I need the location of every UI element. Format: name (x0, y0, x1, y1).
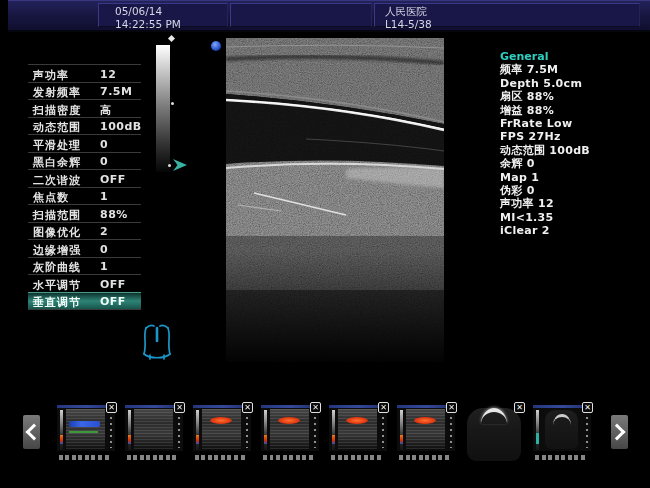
thumbnail-caption (59, 455, 110, 460)
param-row-dynamic-range[interactable]: 动态范围100dB (28, 117, 141, 135)
param-row-acoustic-power[interactable]: 声功率12 (28, 64, 141, 82)
close-icon[interactable]: ✕ (446, 402, 457, 413)
thumbnail-1[interactable]: ✕ (57, 405, 115, 463)
patient-info-panel (230, 3, 372, 27)
info-iclear: iClear 2 (500, 224, 645, 237)
chevron-left-icon (26, 424, 43, 441)
info-mi: MI<1.35 (500, 211, 645, 224)
ultrasound-image (226, 38, 444, 362)
graybar-bottom-tick-icon (168, 164, 171, 167)
param-row-harmonic[interactable]: 二次谐波OFF (28, 169, 141, 187)
thumbnail-next-button[interactable] (611, 415, 628, 449)
thumbnail-caption (331, 455, 382, 460)
graybar-top-marker-icon (168, 35, 175, 42)
focus-marker-icon (173, 159, 187, 171)
close-icon[interactable]: ✕ (174, 402, 185, 413)
thumbnail-caption (195, 455, 246, 460)
date-text: 05/06/14 (115, 5, 227, 18)
hospital-name: 人民医院 (385, 5, 639, 18)
thumbnail-image: ✕ (261, 405, 319, 451)
thumbnail-image: ✕ (397, 405, 455, 451)
thumbnail-caption (263, 455, 314, 460)
param-row-focus-number[interactable]: 焦点数1 (28, 187, 141, 205)
param-row-tx-frequency[interactable]: 发射频率7.5M (28, 82, 141, 100)
info-frame-rate: FrRate Low (500, 117, 645, 130)
info-acoustic-power: 声功率 12 (500, 197, 645, 210)
param-row-scan-density[interactable]: 扫描密度高 (28, 99, 141, 117)
thumbnail-prev-button[interactable] (23, 415, 40, 449)
close-icon[interactable]: ✕ (106, 402, 117, 413)
info-pseudo-color: 伪彩 0 (500, 184, 645, 197)
info-sector: 扇区 88% (500, 90, 645, 103)
param-row-edge-enhance[interactable]: 边缘增强0 (28, 239, 141, 257)
thumbnail-image: ✕ (193, 405, 251, 451)
close-icon[interactable]: ✕ (310, 402, 321, 413)
thumbnail-caption (127, 455, 178, 460)
time-text: 14:22:55 PM (115, 18, 227, 31)
thumbnail-image: ✕ (533, 405, 591, 451)
body-marker-icon (137, 321, 177, 365)
info-fps: FPS 27Hz (500, 130, 645, 143)
info-frequency: 频率 7.5M (500, 63, 645, 76)
thumbnail-8[interactable]: ✕ (533, 405, 591, 463)
param-row-horizontal-adjust[interactable]: 水平调节OFF (28, 274, 141, 292)
close-icon[interactable]: ✕ (378, 402, 389, 413)
param-row-gray-curve[interactable]: 灰阶曲线1 (28, 257, 141, 275)
thumbnail-5[interactable]: ✕ (329, 405, 387, 463)
graybar-mid-tick-icon (171, 102, 174, 105)
hospital-panel: 人民医院 L14-5/38 (374, 3, 640, 27)
probe-model: L14-5/38 (385, 18, 639, 31)
info-panel-title: General (500, 50, 645, 63)
ultrasound-app-window: 05/06/14 14:22:55 PM 人民医院 L14-5/38 声功率12… (0, 0, 650, 488)
thumbnail-caption (399, 455, 450, 460)
image-info-panel: General 频率 7.5M Depth 5.0cm 扇区 88% 增益 88… (500, 50, 645, 238)
thumbnail-7[interactable]: ✕ (465, 405, 523, 463)
chevron-right-icon (609, 424, 626, 441)
info-dynamic-range: 动态范围 100dB (500, 144, 645, 157)
param-row-image-optimize[interactable]: 图像优化2 (28, 222, 141, 240)
thumbnail-4[interactable]: ✕ (261, 405, 319, 463)
thumbnail-image: ✕ (465, 405, 523, 451)
info-map: Map 1 (500, 171, 645, 184)
param-row-scan-range[interactable]: 扫描范围88% (28, 204, 141, 222)
info-persistence: 余辉 0 (500, 157, 645, 170)
close-icon[interactable]: ✕ (242, 402, 253, 413)
status-dot-icon (211, 41, 221, 51)
close-icon[interactable]: ✕ (514, 402, 525, 413)
thumbnail-image: ✕ (125, 405, 183, 451)
grayscale-bar (156, 45, 170, 172)
info-depth: Depth 5.0cm (500, 77, 645, 90)
param-row-bw-persistence[interactable]: 黑白余辉0 (28, 152, 141, 170)
datetime-panel: 05/06/14 14:22:55 PM (98, 3, 228, 27)
thumbnail-image: ✕ (329, 405, 387, 451)
thumbnail-6[interactable]: ✕ (397, 405, 455, 463)
thumbnail-3[interactable]: ✕ (193, 405, 251, 463)
top-status-bar: 05/06/14 14:22:55 PM 人民医院 L14-5/38 (8, 0, 650, 32)
parameter-list: 声功率12 发射频率7.5M 扫描密度高 动态范围100dB 平滑处理0 黑白余… (28, 64, 141, 310)
thumbnail-image: ✕ (57, 405, 115, 451)
info-gain: 增益 88% (500, 104, 645, 117)
thumbnail-caption (535, 455, 586, 460)
thumbnail-2[interactable]: ✕ (125, 405, 183, 463)
param-row-smoothing[interactable]: 平滑处理0 (28, 134, 141, 152)
param-row-vertical-adjust-selected[interactable]: 垂直调节OFF (28, 292, 141, 310)
close-icon[interactable]: ✕ (582, 402, 593, 413)
